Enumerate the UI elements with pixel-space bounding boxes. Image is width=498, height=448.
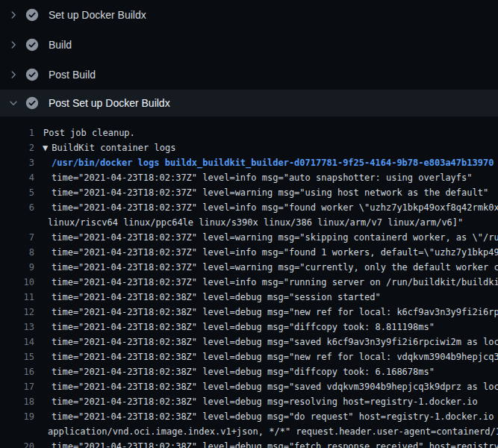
step-section-set-up-docker-buildx[interactable]: Set up Docker Buildx: [0, 0, 498, 30]
log-line-text: time="2021-04-23T18:02:38Z" level=debug …: [34, 364, 498, 379]
log-line-number[interactable]: [0, 424, 34, 439]
log-line-text: time="2021-04-23T18:02:38Z" level=debug …: [34, 290, 498, 305]
log-line-number[interactable]: 5: [0, 185, 34, 200]
log-line-continuation[interactable]: application/vnd.oci.image.index.v1+json,…: [0, 424, 498, 439]
log-line[interactable]: 4time="2021-04-23T18:02:37Z" level=info …: [0, 170, 498, 185]
step-section-post-set-up-docker-buildx[interactable]: Post Set up Docker Buildx: [0, 90, 498, 116]
log-line-text: time="2021-04-23T18:02:37Z" level=info m…: [34, 200, 498, 215]
log-line-number[interactable]: 4: [0, 170, 34, 185]
log-line-text: time="2021-04-23T18:02:37Z" level=warnin…: [34, 260, 498, 275]
workflow-log-viewer: Set up Docker BuildxBuildPost BuildPost …: [0, 0, 498, 448]
log-line-text: time="2021-04-23T18:02:38Z" level=debug …: [34, 379, 498, 394]
step-title: Build: [49, 39, 72, 51]
log-line[interactable]: 2▼BuildKit container logs: [0, 140, 498, 155]
log-line[interactable]: 8time="2021-04-23T18:02:37Z" level=info …: [0, 245, 498, 260]
log-line-number[interactable]: 20: [0, 439, 34, 448]
step-title: Post Set up Docker Buildx: [49, 97, 170, 109]
log-line[interactable]: 17time="2021-04-23T18:02:38Z" level=debu…: [0, 379, 498, 394]
log-line[interactable]: 14time="2021-04-23T18:02:38Z" level=debu…: [0, 335, 498, 349]
log-line[interactable]: 3/usr/bin/docker logs buildx_buildkit_bu…: [0, 155, 498, 170]
log-line-text: BuildKit container logs: [52, 143, 175, 153]
log-line-text: time="2021-04-23T18:02:37Z" level=info m…: [34, 275, 498, 290]
log-line[interactable]: 6time="2021-04-23T18:02:37Z" level=info …: [0, 200, 498, 215]
log-line-text: time="2021-04-23T18:02:38Z" level=debug …: [34, 394, 498, 409]
log-line[interactable]: 7time="2021-04-23T18:02:37Z" level=warni…: [0, 230, 498, 245]
step-section-build[interactable]: Build: [0, 30, 498, 60]
log-line-number[interactable]: [0, 215, 34, 230]
log-line[interactable]: 1Post job cleanup.: [0, 125, 498, 140]
log-line[interactable]: 9time="2021-04-23T18:02:37Z" level=warni…: [0, 260, 498, 275]
log-line-text: time="2021-04-23T18:02:38Z" level=debug …: [34, 439, 498, 448]
log-line-text: time="2021-04-23T18:02:38Z" level=debug …: [34, 320, 498, 335]
check-circle-icon: [25, 38, 39, 52]
log-group-header: ▼BuildKit container logs: [34, 140, 498, 155]
log-line-number[interactable]: 19: [0, 409, 34, 424]
log-line[interactable]: 18time="2021-04-23T18:02:38Z" level=debu…: [0, 394, 498, 409]
log-line-number[interactable]: 7: [0, 230, 34, 245]
check-circle-icon: [25, 96, 39, 110]
log-line-number[interactable]: 9: [0, 260, 34, 275]
log-line[interactable]: 5time="2021-04-23T18:02:37Z" level=warni…: [0, 185, 498, 200]
step-section-post-build[interactable]: Post Build: [0, 60, 498, 90]
log-line[interactable]: 20time="2021-04-23T18:02:38Z" level=debu…: [0, 439, 498, 448]
log-line-number[interactable]: 6: [0, 200, 34, 215]
log-line-number[interactable]: 18: [0, 394, 34, 409]
log-line-number[interactable]: 11: [0, 290, 34, 305]
log-line-text: linux/riscv64 linux/ppc64le linux/s390x …: [34, 215, 498, 230]
log-line-number[interactable]: 12: [0, 305, 34, 320]
log-line[interactable]: 13time="2021-04-23T18:02:38Z" level=debu…: [0, 320, 498, 335]
log-line-text: time="2021-04-23T18:02:38Z" level=debug …: [34, 409, 498, 424]
chevron-down-icon[interactable]: [7, 97, 19, 109]
check-circle-icon: [25, 8, 39, 22]
log-line[interactable]: 16time="2021-04-23T18:02:38Z" level=debu…: [0, 364, 498, 379]
step-title: Post Build: [49, 69, 96, 81]
log-line[interactable]: 12time="2021-04-23T18:02:38Z" level=debu…: [0, 305, 498, 320]
chevron-right-icon[interactable]: [7, 9, 19, 21]
log-line[interactable]: 15time="2021-04-23T18:02:38Z" level=debu…: [0, 349, 498, 364]
check-circle-icon: [25, 68, 39, 81]
log-line-number[interactable]: 8: [0, 245, 34, 260]
log-line-number[interactable]: 10: [0, 275, 34, 290]
log-line-text: time="2021-04-23T18:02:38Z" level=debug …: [34, 335, 498, 349]
step-title: Set up Docker Buildx: [49, 9, 146, 21]
command-link[interactable]: /usr/bin/docker logs buildx_buildkit_bui…: [34, 155, 498, 170]
log-line-number[interactable]: 2: [0, 140, 34, 155]
log-line-text: time="2021-04-23T18:02:37Z" level=warnin…: [34, 185, 498, 200]
chevron-right-icon[interactable]: [7, 39, 19, 51]
log-line-text: time="2021-04-23T18:02:37Z" level=info m…: [34, 245, 498, 260]
log-line-number[interactable]: 1: [0, 125, 34, 140]
log-line-text: time="2021-04-23T18:02:38Z" level=debug …: [34, 305, 498, 320]
log-line-number[interactable]: 14: [0, 335, 34, 349]
log-line-text: time="2021-04-23T18:02:38Z" level=debug …: [34, 349, 498, 364]
log-line-number[interactable]: 15: [0, 349, 34, 364]
log-line-number[interactable]: 16: [0, 364, 34, 379]
log-line-text: application/vnd.oci.image.index.v1+json,…: [34, 424, 498, 439]
log-line[interactable]: 11time="2021-04-23T18:02:38Z" level=debu…: [0, 290, 498, 305]
log-line-number[interactable]: 17: [0, 379, 34, 394]
log-line-number[interactable]: 3: [0, 155, 34, 170]
log-line[interactable]: 19time="2021-04-23T18:02:38Z" level=debu…: [0, 409, 498, 424]
log-lines-container: 1Post job cleanup.2▼BuildKit container l…: [0, 116, 498, 448]
log-line-text: Post job cleanup.: [34, 125, 498, 140]
log-line[interactable]: 10time="2021-04-23T18:02:37Z" level=info…: [0, 275, 498, 290]
log-line-continuation[interactable]: linux/riscv64 linux/ppc64le linux/s390x …: [0, 215, 498, 230]
log-line-number[interactable]: 13: [0, 320, 34, 335]
chevron-right-icon[interactable]: [7, 69, 19, 81]
log-line-text: time="2021-04-23T18:02:37Z" level=warnin…: [34, 230, 498, 245]
group-collapse-toggle-icon[interactable]: ▼: [43, 143, 48, 153]
log-line-text: time="2021-04-23T18:02:37Z" level=info m…: [34, 170, 498, 185]
step-section-list: Set up Docker BuildxBuildPost BuildPost …: [0, 0, 498, 116]
